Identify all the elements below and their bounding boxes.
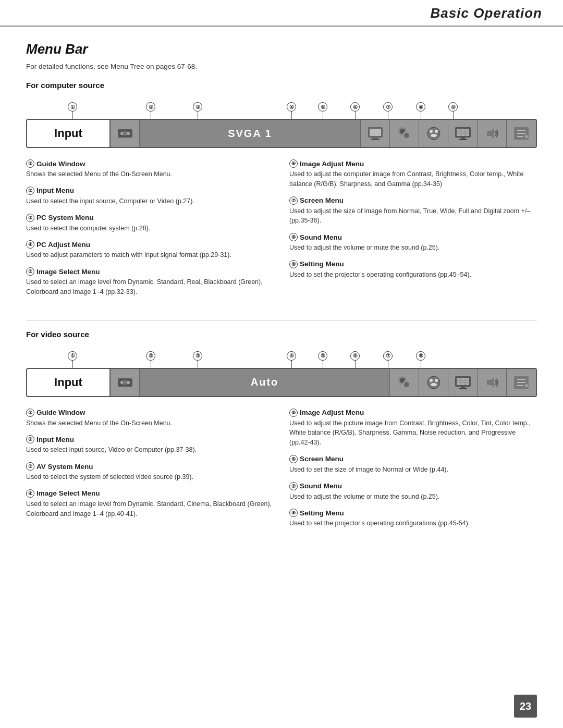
sound-menu-icon-cell <box>478 120 507 147</box>
video-menu-diagram: ① ② ③ ④ ⑤ <box>26 345 537 397</box>
video-menu-bar: Input Auto <box>26 368 537 397</box>
comp-heading-3: PC System Menu <box>36 214 94 221</box>
svg-point-12 <box>427 127 440 140</box>
num-2-video: ② <box>146 351 155 361</box>
vid-heading-4: Image Select Menu <box>36 489 100 497</box>
comp-desc-7: ⑦ Screen Menu Used to adjust the size of… <box>289 196 537 226</box>
header-bar: Basic Operation <box>0 0 563 27</box>
num-8-video: ⑧ <box>416 351 425 361</box>
comp-heading-4: PC Adjust Menu <box>36 241 90 249</box>
screen-menu-icon <box>454 124 472 143</box>
computer-left-col: ① Guide Window Shows the selected Menu o… <box>26 159 274 304</box>
svg-rect-43 <box>457 378 469 385</box>
image-adjust-icon-cell <box>419 120 448 147</box>
comp-text-1: Shows the selected Menu of the On-Screen… <box>26 169 274 179</box>
video-image-select-icon-cell <box>390 369 419 396</box>
image-select-icon <box>395 124 414 143</box>
vid-desc-8: ⑧ Setting Menu Used to set the projector… <box>289 509 537 528</box>
vid-text-8: Used to set the projector's operating co… <box>289 519 537 528</box>
comp-desc-9: ⑨ Setting Menu Used to set the projector… <box>289 260 537 280</box>
svg-rect-18 <box>461 138 465 139</box>
setting-menu-icon <box>512 124 531 143</box>
svg-rect-17 <box>457 129 469 136</box>
image-select-icon-cell <box>390 120 419 147</box>
svg-point-39 <box>430 379 433 382</box>
svg-rect-7 <box>371 139 380 140</box>
video-source-heading: For video source <box>26 330 537 339</box>
vid-desc-1: ① Guide Window Shows the selected Menu o… <box>26 409 274 428</box>
vid-heading-1: Guide Window <box>36 409 85 416</box>
vid-desc-5: ⑤ Image Adjust Menu Used to adjust the p… <box>289 409 537 448</box>
vid-desc-7: ⑦ Sound Menu Used to adjust the volume o… <box>289 482 537 502</box>
page-title: Menu Bar <box>26 41 537 57</box>
comp-desc-5: ⑤ Image Select Menu Used to select an im… <box>26 267 274 297</box>
svga-label-cell: SVGA 1 <box>140 120 361 147</box>
num-6-computer: ⑥ <box>350 102 360 112</box>
pc-adjust-icon-cell <box>361 120 390 147</box>
input-menu-icon-cell <box>111 120 140 147</box>
comp-heading-7: Screen Menu <box>300 196 344 204</box>
svg-marker-50 <box>487 377 494 388</box>
vid-heading-6: Screen Menu <box>300 455 344 463</box>
comp-text-5: Used to select an image level from Dynam… <box>26 277 274 297</box>
vid-heading-8: Setting Menu <box>300 509 344 517</box>
computer-source-heading: For computer source <box>26 81 537 90</box>
vid-text-1: Shows the selected Menu of the On-Screen… <box>26 418 274 428</box>
screen-menu-icon-cell <box>448 120 478 147</box>
svg-rect-45 <box>459 388 467 389</box>
comp-heading-1: Guide Window <box>36 160 85 168</box>
vid-heading-2: Input Menu <box>36 436 74 443</box>
video-input-box: Input <box>27 369 111 396</box>
svg-marker-24 <box>487 128 494 139</box>
svg-rect-33 <box>123 380 127 385</box>
num-8-computer: ⑧ <box>416 102 425 112</box>
num-7-video: ⑦ <box>383 351 393 361</box>
num-3-computer: ③ <box>193 102 202 112</box>
video-desc-columns: ① Guide Window Shows the selected Menu o… <box>26 409 537 536</box>
svg-point-14 <box>435 130 438 133</box>
video-sound-icon-cell <box>478 369 507 396</box>
svg-rect-6 <box>372 138 378 139</box>
input-menu-icon <box>116 124 134 143</box>
svg-rect-5 <box>370 129 381 136</box>
header-title: Basic Operation <box>431 5 542 21</box>
comp-heading-2: Input Menu <box>36 187 74 194</box>
num-7-computer: ⑦ <box>383 102 393 112</box>
svg-point-40 <box>435 379 438 382</box>
num-2-computer: ② <box>146 102 155 112</box>
video-right-col: ⑤ Image Adjust Menu Used to adjust the p… <box>289 409 537 536</box>
video-setting-icon <box>512 373 531 392</box>
num-5-computer: ⑤ <box>318 102 327 112</box>
computer-desc-columns: ① Guide Window Shows the selected Menu o… <box>26 159 537 304</box>
vid-text-4: Used to select an image level from Dynam… <box>26 499 274 519</box>
num-1-video: ① <box>68 351 77 361</box>
sound-menu-icon <box>483 124 501 143</box>
svg-point-41 <box>431 383 437 386</box>
computer-menu-diagram: ① ② ③ ④ ⑤ <box>26 96 537 148</box>
num-4-video: ④ <box>287 351 296 361</box>
comp-text-3: Used to select the computer system (p.28… <box>26 224 274 233</box>
intro-text: For detailed functions, see Menu Tree on… <box>26 63 537 70</box>
pc-adjust-icon <box>366 124 385 143</box>
comp-desc-1: ① Guide Window Shows the selected Menu o… <box>26 159 274 179</box>
setting-menu-icon-cell <box>507 120 536 147</box>
vid-heading-5: Image Adjust Menu <box>300 409 364 416</box>
section-divider <box>26 320 537 320</box>
comp-text-9: Used to set the projector's operating co… <box>289 270 537 280</box>
num-3-video: ③ <box>193 351 202 361</box>
computer-right-col: ⑥ Image Adjust Menu Used to adjust the c… <box>289 159 537 304</box>
svg-point-13 <box>430 130 433 133</box>
video-setting-icon-cell <box>507 369 536 396</box>
svg-point-38 <box>427 376 440 389</box>
vid-heading-3: AV System Menu <box>36 463 93 471</box>
video-image-adjust-icon <box>424 373 443 392</box>
svg-point-15 <box>431 134 437 137</box>
svg-rect-3 <box>123 131 127 135</box>
comp-desc-8: ⑧ Sound Menu Used to adjust the volume o… <box>289 233 537 253</box>
comp-text-6: Used to adjust the computer image from C… <box>289 169 537 189</box>
vid-heading-7: Sound Menu <box>300 482 342 490</box>
comp-desc-4: ④ PC Adjust Menu Used to adjust paramete… <box>26 240 274 260</box>
comp-heading-5: Image Select Menu <box>36 268 100 276</box>
video-input-icon <box>116 373 134 392</box>
svg-rect-44 <box>461 387 465 388</box>
